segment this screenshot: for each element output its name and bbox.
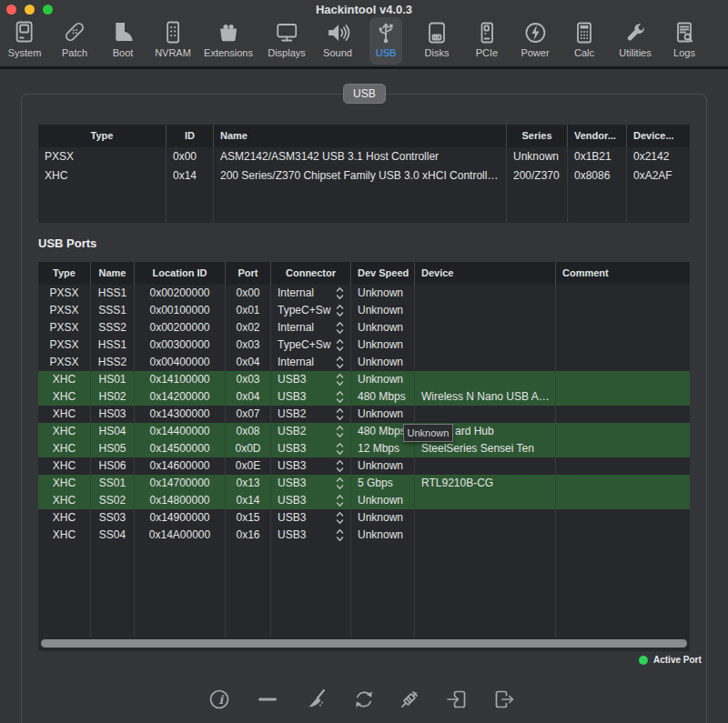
toolbar-item-power[interactable]: Power	[517, 17, 552, 65]
column-header-vendor[interactable]: Vendor...	[568, 125, 627, 147]
connector-popup[interactable]: USB3	[271, 440, 351, 457]
column-header-location-id[interactable]: Location ID	[135, 262, 226, 285]
connector-popup[interactable]: USB3	[271, 509, 351, 527]
info-button[interactable]: i	[206, 686, 233, 713]
controllers-table-header: Type ID Name Series Vendor... Device...	[38, 125, 690, 147]
port-row-HS01[interactable]: XHCHS010x141000000x03USB3Unknown	[38, 371, 690, 388]
cell-type: XHC	[38, 371, 91, 388]
sound-icon	[325, 20, 350, 45]
import-button[interactable]	[443, 686, 470, 713]
toolbar-item-logs[interactable]: Logs	[668, 17, 701, 65]
utilities-icon	[622, 20, 648, 45]
connector-popup[interactable]: Internal	[271, 354, 351, 371]
connector-popup[interactable]: USB3	[271, 492, 351, 509]
connector-popup[interactable]: Internal	[271, 285, 351, 302]
toolbar-item-usb[interactable]: USB	[369, 17, 402, 65]
port-row-HS02[interactable]: XHCHS020x142000000x04USB3480 MbpsWireles…	[38, 388, 690, 406]
column-header-type[interactable]: Type	[38, 262, 91, 285]
port-row-HS06[interactable]: XHCHS060x146000000x0EUSB3Unknown	[38, 457, 690, 475]
cell-device	[415, 285, 556, 302]
port-row-SS02[interactable]: XHCSS020x148000000x14USB3Unknown	[38, 492, 690, 509]
column-header-id[interactable]: ID	[167, 125, 214, 147]
toolbar-item-label: Extensions	[204, 47, 253, 58]
cell-comment	[556, 475, 690, 492]
cell: 0xA2AF	[627, 166, 690, 186]
column-header-type[interactable]: Type	[38, 125, 167, 147]
connector-popup[interactable]: TypeC+Sw	[271, 336, 351, 354]
toolbar-item-label: Disks	[425, 47, 450, 58]
toolbar-item-label: Sound	[323, 47, 352, 58]
port-row-SS03[interactable]: XHCSS030x149000000x15USB3Unknown	[38, 509, 690, 527]
port-row-SS01[interactable]: XHCSS010x147000000x13USB35 GbpsRTL9210B-…	[38, 475, 690, 492]
connector-popup[interactable]: USB3	[271, 527, 351, 544]
column-header-port[interactable]: Port	[226, 262, 271, 285]
cell-port: 0x08	[226, 423, 271, 440]
svg-text:i: i	[218, 693, 224, 707]
port-row-HSS1[interactable]: PXSXHSS10x003000000x03TypeC+SwUnknown	[38, 336, 690, 354]
toolbar-item-boot[interactable]: Boot	[106, 17, 139, 65]
column-header-name[interactable]: Name	[91, 262, 135, 285]
controller-row[interactable]: XHC0x14200 Series/Z370 Chipset Family US…	[38, 166, 690, 186]
toolbar-item-extensions[interactable]: Extensions	[200, 17, 257, 65]
connector-popup[interactable]: USB3	[271, 371, 351, 388]
toolbar-item-sound[interactable]: Sound	[319, 17, 356, 65]
popup-stepper-icon	[336, 425, 344, 438]
connector-popup[interactable]: USB2	[271, 423, 351, 440]
cell-type: XHC	[38, 440, 91, 457]
port-row-SS04[interactable]: XHCSS040x14A000000x16USB3Unknown	[38, 527, 690, 544]
clean-button[interactable]	[303, 686, 330, 713]
toolbar-item-patch[interactable]: Patch	[58, 17, 91, 65]
port-row-HS03[interactable]: XHCHS030x143000000x07USB2Unknown	[38, 406, 690, 423]
toolbar-item-calc[interactable]: Calc	[568, 17, 601, 65]
connector-popup[interactable]: USB3	[271, 475, 351, 492]
tab-usb[interactable]: USB	[343, 84, 386, 104]
column-header-dev-speed[interactable]: Dev Speed	[351, 262, 415, 285]
toolbar-item-label: Utilities	[619, 47, 651, 58]
inject-button[interactable]	[396, 686, 423, 713]
port-row-HSS2[interactable]: PXSXHSS20x004000000x04InternalUnknown	[38, 354, 690, 371]
column-header-connector[interactable]: Connector	[271, 262, 351, 285]
column-header-series[interactable]: Series	[507, 125, 568, 147]
cell-dev_speed: 480 Mbps	[351, 388, 415, 406]
cell-device	[415, 336, 556, 354]
connector-value: USB3	[278, 492, 306, 509]
ports-table-header: Type Name Location ID Port Connector Dev…	[38, 262, 690, 285]
scrollbar-thumb[interactable]	[41, 639, 687, 648]
port-row-SSS1[interactable]: PXSXSSS10x001000000x01TypeC+SwUnknown	[38, 302, 690, 319]
port-row-HS04[interactable]: XHCHS040x144000000x08USB2480 Mbpsard Hub	[38, 423, 690, 440]
remove-button[interactable]	[254, 686, 281, 713]
port-row-SSS2[interactable]: PXSXSSS20x002000000x02InternalUnknown	[38, 319, 690, 336]
toolbar-item-nvram[interactable]: NVRAM	[151, 17, 195, 65]
cell-comment	[556, 354, 690, 371]
cell: 0x1B21	[568, 147, 627, 166]
cell-dev_speed: Unknown	[351, 319, 415, 336]
cell-port: 0x03	[226, 336, 271, 354]
column-header-device[interactable]: Device...	[627, 125, 690, 147]
export-button[interactable]	[490, 686, 517, 713]
column-header-name[interactable]: Name	[214, 125, 507, 147]
popup-stepper-icon	[336, 304, 344, 317]
connector-value: USB3	[278, 509, 306, 527]
toolbar-item-pcie[interactable]: PCIe	[470, 17, 503, 65]
controller-row[interactable]: PXSX0x00ASM2142/ASM3142 USB 3.1 Host Con…	[38, 147, 690, 166]
connector-popup[interactable]: USB2	[271, 406, 351, 423]
cell-device	[415, 406, 556, 423]
port-row-HS05[interactable]: XHCHS050x145000000x0DUSB312 MbpsSteelSer…	[38, 440, 690, 457]
connector-popup[interactable]: USB3	[271, 388, 351, 406]
cell-comment	[556, 388, 690, 406]
popup-stepper-icon	[336, 373, 344, 387]
toolbar-item-disks[interactable]: Disks	[420, 17, 453, 65]
column-header-comment[interactable]: Comment	[556, 262, 690, 285]
toolbar-item-displays[interactable]: Displays	[264, 17, 309, 65]
connector-popup[interactable]: USB3	[271, 457, 351, 475]
toolbar-item-system[interactable]: System	[5, 17, 46, 65]
connector-popup[interactable]: Internal	[271, 319, 351, 336]
horizontal-scrollbar	[38, 637, 690, 651]
column-header-device[interactable]: Device	[415, 262, 556, 285]
connector-popup[interactable]: TypeC+Sw	[271, 302, 351, 319]
cell-device	[415, 371, 556, 388]
refresh-button[interactable]	[350, 686, 378, 713]
system-icon	[12, 20, 37, 45]
port-row-HSS1[interactable]: PXSXHSS10x002000000x00InternalUnknown	[38, 285, 690, 302]
toolbar-item-utilities[interactable]: Utilities	[615, 17, 654, 65]
